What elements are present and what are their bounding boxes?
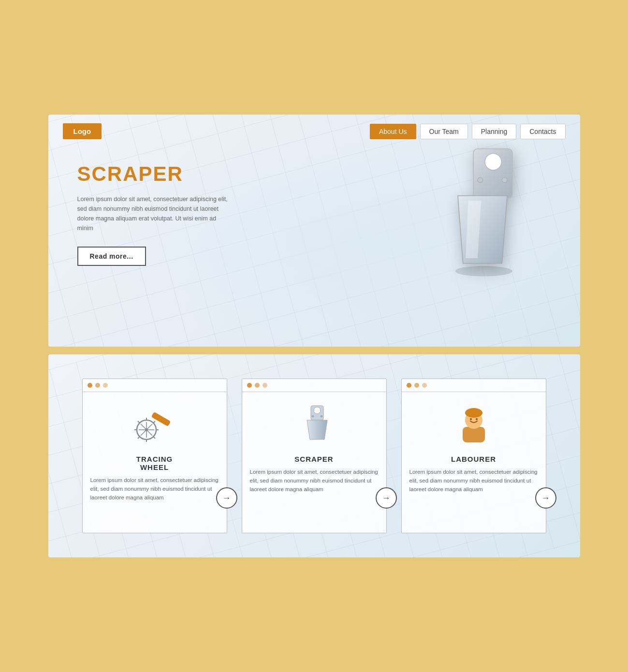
scraper-hero-image: [425, 144, 532, 279]
svg-point-3: [502, 177, 507, 183]
top-section: Logo About Us Our Team Planning Contacts…: [48, 115, 580, 347]
card-2-text: Lorem ipsum dolor sit amet, consectetuer…: [242, 468, 386, 494]
svg-rect-27: [463, 427, 485, 442]
hero-title: SCRAPER: [77, 162, 232, 186]
svg-point-1: [484, 153, 501, 170]
hero-body-text: Lorem ipsum dolor sit amet, consectetuer…: [77, 194, 232, 233]
svg-marker-26: [307, 420, 327, 439]
nav-about-us[interactable]: About Us: [370, 124, 416, 139]
card-scraper: SCRAPER Lorem ipsum dolor sit amet, cons…: [242, 379, 387, 533]
nav-our-team[interactable]: Our Team: [420, 124, 468, 139]
svg-point-23: [314, 407, 321, 414]
dot-3: [103, 383, 108, 388]
cards-row: TRACING WHEEL Lorem ipsum dolor sit amet…: [68, 379, 561, 533]
card-1-image: [83, 392, 227, 455]
svg-line-15: [153, 437, 155, 438]
card-labourer: LABOURER Lorem ipsum dolor sit amet, con…: [401, 379, 546, 533]
outer-wrapper: Logo About Us Our Team Planning Contacts…: [48, 115, 580, 557]
nav-bar: Logo About Us Our Team Planning Contacts: [48, 115, 580, 148]
svg-point-2: [477, 177, 482, 183]
card-1-titlebar: [83, 379, 227, 392]
svg-point-30: [470, 418, 472, 420]
hero-content: SCRAPER Lorem ipsum dolor sit amet, cons…: [48, 148, 251, 285]
card-3-image: [402, 392, 546, 455]
svg-point-24: [311, 415, 314, 418]
dot-8: [414, 383, 419, 388]
card-2-titlebar: [242, 379, 386, 392]
svg-point-31: [476, 418, 478, 420]
nav-logo[interactable]: Logo: [63, 123, 102, 139]
card-tracing-wheel: TRACING WHEEL Lorem ipsum dolor sit amet…: [82, 379, 227, 533]
dot-5: [255, 383, 260, 388]
read-more-button[interactable]: Read more...: [77, 247, 146, 266]
svg-point-6: [455, 266, 512, 277]
svg-marker-4: [457, 196, 507, 263]
card-1-title: TRACING WHEEL: [83, 455, 227, 476]
dot-2: [95, 383, 100, 388]
card-1-arrow[interactable]: →: [216, 487, 237, 509]
svg-point-29: [465, 408, 482, 418]
dot-4: [247, 383, 252, 388]
card-2-title: SCRAPER: [242, 455, 386, 468]
svg-line-17: [138, 437, 140, 438]
nav-contacts[interactable]: Contacts: [520, 124, 565, 139]
dot-9: [422, 383, 427, 388]
dot-7: [407, 383, 411, 388]
svg-line-16: [153, 421, 155, 423]
dot-1: [88, 383, 92, 388]
card-3-title: LABOURER: [402, 455, 546, 468]
bottom-section: TRACING WHEEL Lorem ipsum dolor sit amet…: [48, 354, 580, 557]
card-2-arrow[interactable]: →: [376, 487, 397, 509]
svg-line-14: [138, 421, 140, 423]
card-3-text: Lorem ipsum dolor sit amet, consectetuer…: [402, 468, 546, 494]
dot-6: [263, 383, 267, 388]
card-3-arrow[interactable]: →: [535, 487, 556, 509]
card-3-titlebar: [402, 379, 546, 392]
svg-point-25: [320, 415, 322, 418]
card-2-image: [242, 392, 386, 455]
card-1-text: Lorem ipsum dolor sit amet, consectetuer…: [83, 476, 227, 502]
nav-planning[interactable]: Planning: [472, 124, 517, 139]
